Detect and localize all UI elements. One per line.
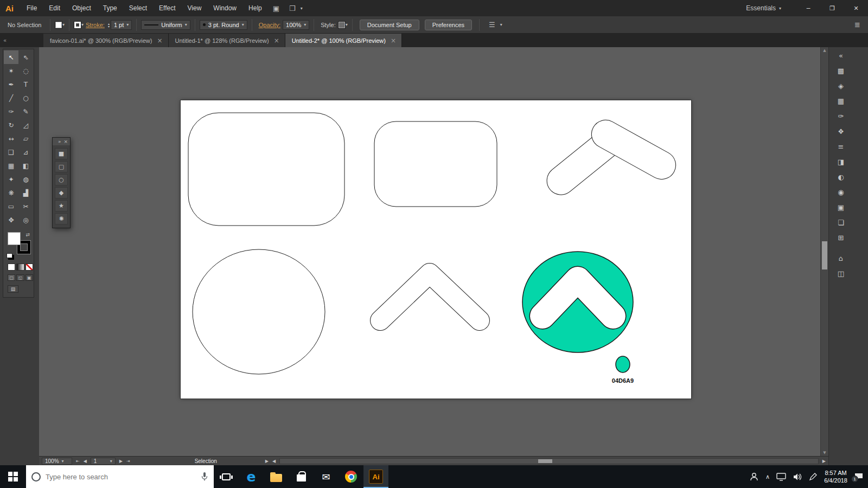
artboard-tool[interactable]: ▭ [4,200,18,213]
ellipse-tool[interactable]: ○ [18,91,33,105]
stroke-color-swatch[interactable] [74,21,81,29]
menu-select[interactable]: Select [123,0,153,16]
star-tool[interactable]: ★ [55,200,68,211]
status-display[interactable]: Selection [150,458,261,464]
next-artboard-button[interactable]: ▶ [119,459,123,464]
workspace-switcher[interactable]: Essentials ▾ [746,4,781,12]
stroke-panel-icon[interactable]: ≡ [833,140,849,153]
links-panel-icon[interactable]: ◫ [833,267,849,280]
slice-tool[interactable]: ✂ [18,200,33,213]
network-icon[interactable] [776,473,786,481]
free-transform-tool[interactable]: ▱ [18,132,33,145]
close-button[interactable]: ✕ [844,0,868,16]
search-box[interactable] [26,465,214,488]
swatches-panel-icon[interactable]: ▦ [833,94,849,108]
previous-artboard-button[interactable]: ◀ [84,459,87,464]
panel-menu-icon[interactable]: ≣ [854,21,860,29]
swap-fill-stroke-icon[interactable]: ⇄ [25,232,30,237]
zoom-tool[interactable]: ◎ [18,213,33,227]
opacity-panel-link[interactable]: Opacity: [259,22,280,28]
layers-panel-icon[interactable]: ❏ [833,216,849,229]
vertical-scrollbar-thumb[interactable] [822,241,827,269]
artboards-panel-icon[interactable]: ⊞ [833,231,849,245]
selection-tool[interactable]: ↖ [4,50,18,64]
polygon-tool[interactable]: ◆ [55,187,68,198]
scroll-down-icon[interactable]: ▼ [821,451,828,455]
arrange-documents-icon[interactable]: ❒ [289,4,296,12]
h-scroll-left-icon[interactable]: ◀ [272,459,276,464]
menu-effect[interactable]: Effect [153,0,181,16]
align-options-icon[interactable]: ☰ [489,21,495,29]
last-artboard-button[interactable]: ⇥ [126,459,130,464]
rounded-rectangle-tool[interactable]: ▢ [55,161,68,172]
artboard[interactable]: 04D6A9 [181,100,691,399]
stroke-panel-link[interactable]: Stroke: [86,22,105,28]
arrange-documents-caret-icon[interactable]: ▾ [301,6,303,11]
graphic-styles-panel-icon[interactable]: ▣ [833,201,849,214]
action-center-button[interactable]: 1 [854,472,864,481]
brush-definition-select[interactable]: 3 pt. Round ▾ [200,20,247,30]
menu-file[interactable]: File [21,0,43,16]
column-graph-tool[interactable]: ▟ [18,186,33,200]
line-segment-tool[interactable]: ╱ [4,91,18,105]
teal-dot[interactable] [616,356,630,373]
symbol-sprayer-tool[interactable]: ❋ [4,186,18,200]
default-fill-stroke-icon[interactable] [7,253,12,258]
width-profile-select[interactable]: Uniform ▾ [141,20,190,30]
rounded-rectangle-small[interactable] [374,121,497,207]
fill-caret-icon[interactable]: ▾ [62,22,65,27]
color-button[interactable] [8,264,15,271]
menu-view[interactable]: View [182,0,208,16]
panel-close-icon[interactable]: × [63,139,68,144]
chrome-taskbar-button[interactable] [339,465,363,488]
tab-close-icon[interactable]: × [157,37,162,44]
microphone-icon[interactable] [201,472,208,481]
cortana-icon[interactable] [31,472,41,481]
blend-tool[interactable]: ◍ [18,172,33,186]
shape-tools-panel-header[interactable]: » × [53,138,70,145]
fill-swatch[interactable] [8,232,21,245]
volume-icon[interactable] [793,473,802,481]
stroke-weight-select[interactable]: 1 pt ▾ [111,20,132,30]
store-taskbar-button[interactable] [289,465,314,488]
collapse-panels-icon[interactable]: « [0,34,43,47]
clock[interactable]: 8:57 AM 6/4/2018 [824,469,847,484]
fill-color-swatch[interactable] [55,21,62,29]
horizontal-scrollbar-thumb[interactable] [538,459,552,463]
stroke-weight-stepper[interactable]: ▴ ▾ [108,22,110,28]
h-scroll-right-icon[interactable]: ▶ [822,459,826,464]
start-button[interactable] [0,465,26,488]
magic-wand-tool[interactable]: ✶ [4,64,18,78]
align-caret-icon[interactable]: ▾ [500,22,502,27]
status-popup-icon[interactable]: ▶ [265,459,269,464]
mail-taskbar-button[interactable]: ✉ [314,465,339,488]
perspective-grid-tool[interactable]: ⊿ [18,145,33,159]
symbols-panel-icon[interactable]: ❖ [833,125,849,138]
first-artboard-button[interactable]: ⇤ [76,459,80,464]
none-button[interactable] [25,264,33,271]
style-caret-icon[interactable]: ▾ [346,22,348,27]
rounded-rectangle-large[interactable] [188,113,344,226]
stock-search-icon[interactable]: ▣ [273,4,279,12]
people-icon[interactable] [749,472,759,481]
illustrator-logo[interactable]: Ai [0,4,21,13]
edge-taskbar-button[interactable]: e [239,465,264,488]
flare-tool[interactable]: ✺ [55,213,68,224]
hand-tool[interactable]: ✥ [4,213,18,227]
mesh-tool[interactable]: ▦ [4,159,18,172]
ellipse-shape-tool[interactable]: ○ [55,174,68,185]
menu-object[interactable]: Object [66,0,97,16]
menu-type[interactable]: Type [97,0,123,16]
rectangle-tool[interactable]: ■ [55,148,68,159]
lasso-tool[interactable]: ◌ [18,64,33,78]
gradient-tool[interactable]: ◧ [18,159,33,172]
canvas[interactable]: 04D6A9 » × ■ ▢ ○ ◆ ★ ✺ ▲ ▼ [39,47,828,456]
brushes-panel-icon[interactable]: ✑ [833,110,849,123]
task-view-button[interactable] [214,465,239,488]
libraries-panel-icon[interactable]: ⌂ [833,252,849,265]
tab-close-icon[interactable]: × [391,37,396,44]
panel-collapse-icon[interactable]: » [58,139,61,144]
draw-behind-button[interactable]: ◱ [16,274,24,281]
menu-window[interactable]: Window [207,0,242,16]
chevron-outline-inner[interactable] [380,273,480,320]
